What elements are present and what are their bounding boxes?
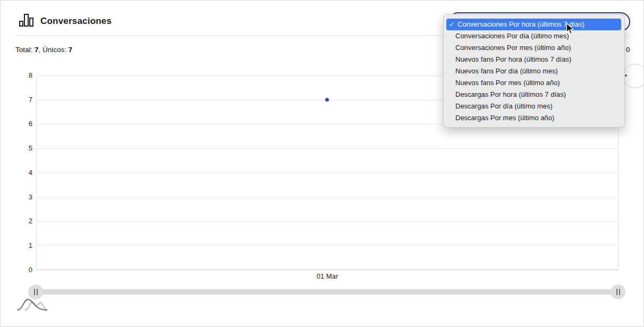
panel-header: Conversaciones — [19, 13, 112, 30]
dropdown-option[interactable]: Descargas Por día (último mes) — [444, 100, 624, 112]
totals-line: Total: 7, Únicos: 7 — [15, 46, 72, 54]
pause-bars-icon — [34, 289, 35, 295]
range-slider-right-handle[interactable] — [611, 284, 625, 299]
metric-dropdown-menu: ✓ Conversaciones Por hora (últimos 7 día… — [443, 14, 625, 128]
total-label: Total: — [15, 46, 35, 54]
dropdown-option[interactable]: Nuevos fans Por hora (últimos 7 días) — [444, 54, 624, 65]
gridline — [37, 221, 618, 222]
dropdown-option-label: Conversaciones Por hora (últimos 7 días) — [457, 19, 584, 30]
dropdown-option[interactable]: Conversaciones Por día (último mes) — [444, 30, 624, 42]
gridline — [37, 197, 618, 197]
dropdown-option[interactable]: Nuevos fans Por mes (último año) — [444, 77, 624, 89]
x-tick-label: 01 Mar — [303, 272, 351, 280]
dropdown-option[interactable]: Nuevos fans Por día (último mes) — [444, 65, 624, 77]
y-tick-label: 6 — [13, 120, 32, 128]
dropdown-option[interactable]: Descargas Por mes (último año) — [444, 112, 624, 124]
y-tick-label: 0 — [13, 266, 32, 274]
gridline — [37, 245, 618, 246]
range-slider-left-handle[interactable] — [28, 284, 43, 299]
hidden-circle-button[interactable] — [623, 64, 644, 88]
right-stat-fragment: 0 — [626, 46, 630, 54]
gridline — [37, 173, 618, 173]
y-tick-label: 7 — [13, 96, 32, 104]
range-slider-track[interactable] — [36, 289, 618, 295]
unicos-label: , Únicos: — [39, 46, 69, 54]
data-point[interactable] — [325, 98, 329, 102]
bar-chart-icon — [19, 13, 33, 30]
dropdown-option-selected[interactable]: ✓ Conversaciones Por hora (últimos 7 día… — [446, 19, 621, 30]
checkmark-icon: ✓ — [448, 19, 455, 30]
density-curves-icon[interactable] — [17, 297, 48, 314]
y-tick-label: 8 — [13, 71, 32, 80]
total-value: 7 — [35, 46, 39, 54]
page-title: Conversaciones — [40, 16, 112, 27]
y-tick-label: 1 — [13, 241, 32, 250]
dropdown-option[interactable]: Descargas Por hora (últimos 7 días) — [444, 89, 624, 100]
y-tick-label: 3 — [13, 193, 32, 202]
pause-bars-icon — [619, 289, 620, 295]
gridline — [37, 148, 618, 149]
y-tick-label: 4 — [13, 169, 32, 177]
conversations-panel: Conversaciones Total: 7, Únicos: 7 0 8 7… — [0, 0, 644, 327]
pause-bars-icon — [616, 289, 617, 295]
dropdown-option[interactable]: Conversaciones Por mes (último año) — [444, 42, 624, 54]
unicos-value: 7 — [69, 46, 73, 54]
y-tick-label: 5 — [13, 144, 32, 153]
y-tick-label: 2 — [13, 217, 32, 225]
pause-bars-icon — [37, 289, 38, 295]
